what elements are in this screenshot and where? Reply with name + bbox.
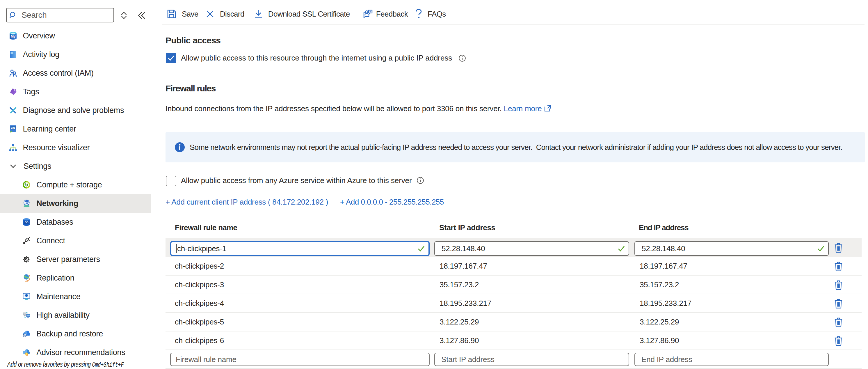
svg-text:$: $ — [25, 183, 27, 187]
svg-text:DB: DB — [25, 221, 29, 224]
svg-text:My: My — [11, 34, 16, 38]
svg-text:101: 101 — [11, 126, 15, 129]
